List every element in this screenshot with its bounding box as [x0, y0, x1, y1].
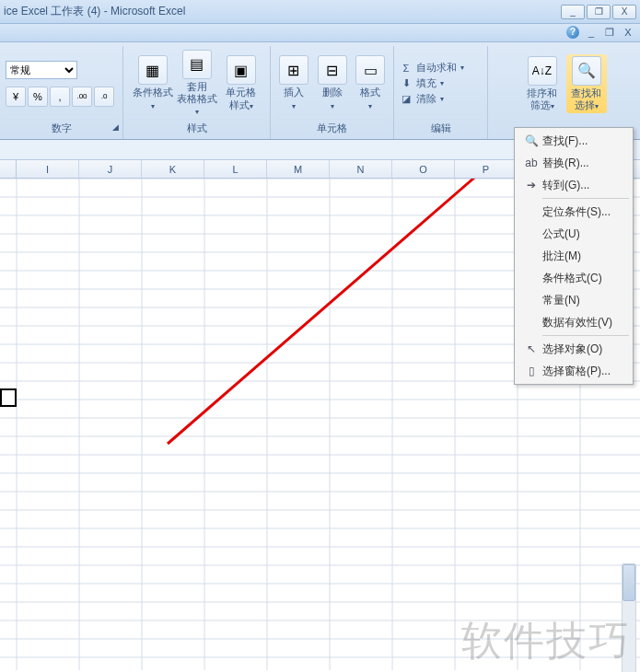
menu-replace[interactable]: ab 替换(R)... — [517, 152, 631, 174]
group-styles-label: 样式 — [129, 119, 264, 137]
scrollbar-thumb[interactable] — [623, 564, 635, 601]
menu-separator — [542, 198, 629, 199]
menu-find[interactable]: 🔍 查找(F)... — [517, 130, 631, 152]
menu-separator — [542, 335, 629, 336]
group-editing: Σ 自动求和 ▾ ⬇ 填充 ▾ ◪ 清除 ▾ 编辑 — [394, 46, 488, 139]
delete-button[interactable]: ⊟ 删除▾ — [315, 55, 350, 110]
decrease-decimal-button[interactable]: .0 — [94, 87, 114, 107]
replace-icon: ab — [520, 154, 542, 172]
percent-button[interactable]: % — [28, 87, 48, 107]
window-controls: _ ❐ X — [561, 5, 636, 19]
format-icon: ▭ — [355, 55, 385, 85]
col-header[interactable]: O — [392, 160, 455, 178]
group-number: 常规 ¥ % , .00 .0 数字 ◢ — [0, 46, 123, 139]
menu-validation[interactable]: 数据有效性(V) — [517, 311, 631, 333]
restore-button[interactable]: ❐ — [587, 5, 611, 19]
find-select-button[interactable]: 🔍 查找和 选择▾ — [566, 54, 607, 113]
goto-icon: ➔ — [520, 176, 542, 194]
format-as-table-icon: ▤ — [182, 50, 212, 79]
currency-button[interactable]: ¥ — [6, 87, 26, 107]
menu-constants[interactable]: 常量(N) — [517, 289, 631, 311]
menu-comments[interactable]: 批注(M) — [517, 245, 631, 267]
conditional-formatting-icon: ▦ — [138, 55, 168, 85]
sigma-icon: Σ — [400, 62, 413, 75]
cell-styles-button[interactable]: ▣ 单元格 样式▾ — [221, 55, 262, 110]
format-button[interactable]: ▭ 格式▾ — [353, 55, 388, 110]
group-cells-label: 单元格 — [276, 119, 388, 137]
fill-button[interactable]: ⬇ 填充 ▾ — [400, 76, 444, 90]
minimize-button[interactable]: _ — [561, 5, 585, 19]
vertical-scrollbar[interactable] — [622, 563, 636, 672]
col-header[interactable]: K — [142, 160, 204, 178]
cell-styles-icon: ▣ — [227, 55, 256, 85]
insert-button[interactable]: ⊞ 插入▾ — [276, 55, 311, 110]
menu-goto[interactable]: ➔ 转到(G)... — [517, 174, 631, 196]
menu-selection-pane[interactable]: ▯ 选择窗格(P)... — [517, 360, 631, 382]
close-button[interactable]: X — [612, 5, 636, 19]
conditional-formatting-button[interactable]: ▦ 条件格式▾ — [133, 55, 173, 110]
group-cells: ⊞ 插入▾ ⊟ 删除▾ ▭ 格式▾ 单元格 — [271, 46, 394, 139]
group-sort-find: A↓Z 排序和 筛选▾ 🔍 查找和 选择▾ — [488, 46, 640, 139]
active-cell[interactable] — [0, 388, 17, 407]
col-header[interactable]: L — [204, 160, 267, 178]
menu-select-objects[interactable]: ↖ 选择对象(O) — [517, 338, 631, 360]
delete-icon: ⊟ — [318, 55, 347, 85]
ribbon-close-button[interactable]: X — [622, 26, 634, 39]
format-as-table-button[interactable]: ▤ 套用 表格格式▾ — [177, 50, 217, 118]
ribbon: 常规 ¥ % , .00 .0 数字 ◢ ▦ 条件格式▾ ▤ 套用 表 — [0, 42, 640, 140]
col-header[interactable]: P — [455, 160, 518, 178]
number-format-select[interactable]: 常规 — [6, 61, 77, 79]
dialog-launcher-icon[interactable]: ◢ — [112, 122, 119, 132]
col-header[interactable]: J — [79, 160, 142, 178]
increase-decimal-button[interactable]: .00 — [72, 87, 92, 107]
binoculars-icon: 🔍 — [572, 56, 601, 86]
help-icon[interactable]: ? — [566, 26, 579, 39]
menu-goto-special[interactable]: 定位条件(S)... — [517, 201, 631, 223]
col-header[interactable]: I — [17, 160, 79, 178]
eraser-icon: ◪ — [400, 93, 413, 106]
menu-cond-fmt[interactable]: 条件格式(C) — [517, 267, 631, 289]
help-row: ? _ ❐ X — [0, 24, 640, 42]
group-styles: ▦ 条件格式▾ ▤ 套用 表格格式▾ ▣ 单元格 样式▾ 样式 — [123, 46, 271, 139]
fill-icon: ⬇ — [400, 77, 413, 90]
find-select-menu: 🔍 查找(F)... ab 替换(R)... ➔ 转到(G)... 定位条件(S… — [514, 127, 634, 385]
group-number-label: 数字 ◢ — [6, 119, 117, 137]
sort-icon: A↓Z — [528, 56, 557, 86]
select-all-corner[interactable] — [0, 160, 17, 178]
pointer-icon: ↖ — [520, 340, 542, 358]
ribbon-restore-button[interactable]: ❐ — [603, 26, 616, 39]
group-editing-label: 编辑 — [400, 119, 482, 137]
clear-button[interactable]: ◪ 清除 ▾ — [400, 92, 444, 106]
sort-filter-button[interactable]: A↓Z 排序和 筛选▾ — [522, 56, 563, 111]
ribbon-minimize-button[interactable]: _ — [585, 26, 598, 39]
pane-icon: ▯ — [520, 362, 542, 380]
col-header[interactable]: N — [330, 160, 392, 178]
menu-formulas[interactable]: 公式(U) — [517, 223, 631, 245]
insert-icon: ⊞ — [279, 55, 308, 85]
col-header[interactable]: M — [267, 160, 330, 178]
window-title: ice Excel 工作表 (4) - Microsoft Excel — [4, 4, 185, 19]
autosum-button[interactable]: Σ 自动求和 ▾ — [400, 61, 464, 75]
title-bar: ice Excel 工作表 (4) - Microsoft Excel _ ❐ … — [0, 0, 640, 24]
binoculars-icon: 🔍 — [520, 132, 542, 150]
comma-button[interactable]: , — [50, 87, 70, 107]
